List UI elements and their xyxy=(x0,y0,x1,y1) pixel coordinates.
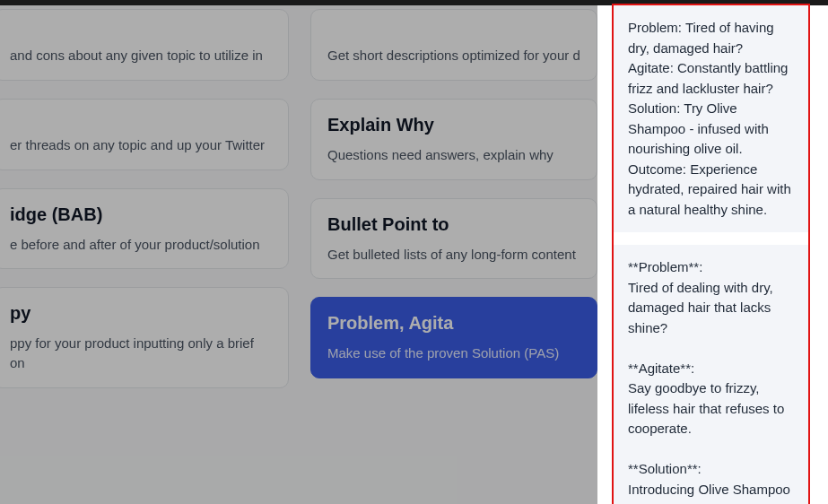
template-card-twitter-threads[interactable]: er threads on any topic and up your Twit… xyxy=(0,99,289,170)
template-card-short-descriptions[interactable]: Get short descriptions optimized for you… xyxy=(310,9,597,81)
template-grid-panel: and cons about any given topic to utiliz… xyxy=(0,5,597,504)
template-card-pas-selected[interactable]: Problem, Agita Make use of the proven So… xyxy=(310,297,597,378)
output-highlight-box: Problem: Tired of having dry, damaged ha… xyxy=(612,4,810,504)
template-card-bullet-point[interactable]: Bullet Point to Get bulleted lists of an… xyxy=(310,198,597,280)
output-message-2[interactable]: **Problem**: Tired of dealing with dry, … xyxy=(614,245,808,504)
main-layout: and cons about any given topic to utiliz… xyxy=(0,5,828,504)
output-panel: Problem: Tired of having dry, damaged ha… xyxy=(597,5,828,504)
template-card-title: Bullet Point to xyxy=(327,213,580,236)
template-card-desc: e before and after of your product/solut… xyxy=(10,235,272,255)
output-message-1[interactable]: Problem: Tired of having dry, damaged ha… xyxy=(614,5,808,232)
template-card-desc: er threads on any topic and up your Twit… xyxy=(10,135,272,155)
template-card-desc: Get short descriptions optimized for you… xyxy=(327,46,580,65)
template-card-desc: ppy for your product inputting only a br… xyxy=(10,334,272,373)
template-card-desc: Get bulleted lists of any long-form cont… xyxy=(327,245,580,265)
template-card-explain-why[interactable]: Explain Why Questions need answers, expl… xyxy=(310,99,597,180)
template-card-title: Explain Why xyxy=(327,114,580,136)
template-card-bab[interactable]: idge (BAB) e before and after of your pr… xyxy=(0,188,289,270)
output-message-divider xyxy=(614,232,808,245)
template-card-desc: and cons about any given topic to utiliz… xyxy=(10,46,272,65)
template-card-title: Problem, Agita xyxy=(327,312,580,335)
template-card-desc: Questions need answers, explain why xyxy=(327,145,580,165)
template-card-title: idge (BAB) xyxy=(10,204,272,226)
template-card-copy[interactable]: py ppy for your product inputting only a… xyxy=(0,287,289,388)
template-card-title: py xyxy=(10,302,272,325)
template-card-pros-cons[interactable]: and cons about any given topic to utiliz… xyxy=(0,9,289,81)
template-card-desc: Make use of the proven Solution (PAS) xyxy=(327,343,580,363)
